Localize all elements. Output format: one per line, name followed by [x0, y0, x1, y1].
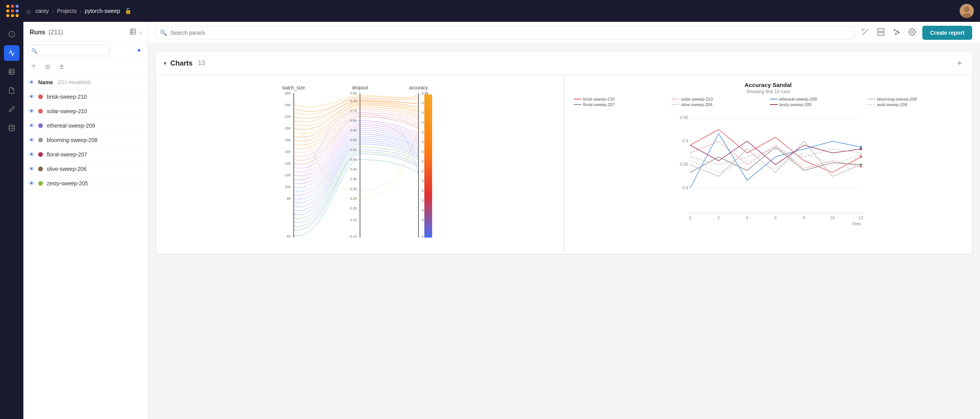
charts-count: 13: [198, 60, 205, 67]
legend-line-5: [672, 104, 679, 105]
run-item[interactable]: 👁 brisk-sweep-210: [23, 90, 148, 104]
sidebar-icon-table[interactable]: [4, 64, 19, 80]
charts-chevron-icon[interactable]: ▾: [164, 60, 166, 66]
svg-text:0.40: 0.40: [350, 167, 357, 171]
breadcrumb-projects[interactable]: Projects: [57, 8, 77, 14]
sidebar-icon-database[interactable]: [4, 120, 19, 136]
app-logo: [6, 5, 19, 17]
scatter-icon[interactable]: [891, 27, 902, 39]
runs-search-input[interactable]: [28, 45, 110, 56]
svg-rect-11: [131, 29, 136, 34]
sidebar-icon-notes[interactable]: [4, 83, 19, 98]
run-eye-5[interactable]: 👁: [29, 166, 34, 172]
chart-legend: brisk-sweep-210 solar-sweep-210 ethereal…: [571, 97, 966, 107]
create-report-button[interactable]: Create report: [922, 26, 972, 40]
svg-text:0.30: 0.30: [350, 187, 357, 191]
run-item[interactable]: 👁 zesty-sweep-205: [23, 176, 148, 191]
svg-text:200: 200: [285, 126, 290, 130]
svg-point-28: [895, 33, 897, 34]
axis-batch-size: batch_size: [283, 85, 305, 91]
svg-text:0.9: 0.9: [682, 138, 688, 143]
legend-item-6: zesty-sweep-205: [770, 102, 865, 107]
runs-table-icon[interactable]: [129, 28, 136, 37]
svg-line-23: [863, 29, 869, 35]
runs-filter-btn[interactable]: ✦: [135, 45, 143, 56]
legend-item-2: ethereal-sweep-209: [770, 97, 865, 101]
search-panels-input[interactable]: [156, 26, 855, 39]
parallel-chart: batch_size dropout accuracy 260: [163, 82, 557, 245]
run-name-header: 👁 Name (211 visualized): [23, 75, 148, 90]
sidebar-icon-chart[interactable]: [4, 45, 19, 61]
topnav: ⌕ carey › Projects › pytorch-sweep 🔓: [0, 0, 980, 22]
main-layout: Runs (211) › 🔍 ✦: [0, 22, 980, 419]
run-item[interactable]: 👁 solar-sweep-210: [23, 104, 148, 119]
sidebar-icon-brush[interactable]: [4, 101, 19, 117]
runs-title: Runs (211): [30, 29, 126, 36]
runs-controls: [23, 60, 148, 75]
add-chart-button[interactable]: +: [955, 57, 964, 69]
sidebar-icon-info[interactable]: [4, 27, 19, 42]
parallel-coords-card: batch_size dropout accuracy 260: [156, 75, 564, 254]
svg-point-26: [894, 29, 895, 30]
settings-icon[interactable]: [907, 27, 918, 39]
search-panels-icon: 🔍: [160, 29, 167, 36]
run-eye-4[interactable]: 👁: [29, 151, 34, 158]
legend-line-1: [672, 99, 679, 99]
svg-rect-24: [878, 28, 884, 31]
legend-line-7: [868, 104, 876, 105]
search-panels-wrap: 🔍: [156, 26, 855, 39]
legend-item-5: olive-sweep-206: [672, 102, 766, 107]
svg-point-99: [860, 163, 862, 166]
run-name-0: brisk-sweep-210: [47, 94, 87, 100]
avatar[interactable]: [960, 4, 974, 18]
run-eye-3[interactable]: 👁: [29, 137, 34, 143]
run-eye-2[interactable]: 👁: [29, 123, 34, 129]
svg-point-10: [9, 125, 14, 127]
run-name-6: zesty-sweep-205: [47, 180, 88, 186]
svg-text:0.80: 0.80: [350, 91, 357, 95]
run-eye-0[interactable]: 👁: [29, 94, 34, 100]
run-item[interactable]: 👁 floral-sweep-207: [23, 147, 148, 162]
svg-text:180: 180: [285, 138, 290, 142]
svg-rect-75: [425, 94, 432, 238]
filter-icon[interactable]: [28, 62, 39, 73]
sort-icon[interactable]: [56, 62, 67, 73]
run-item[interactable]: 👁 blooming-sweep-208: [23, 133, 148, 147]
run-item[interactable]: 👁 olive-sweep-206: [23, 162, 148, 176]
run-dot-3: [38, 138, 43, 142]
svg-text:6: 6: [774, 215, 777, 220]
svg-point-100: [860, 154, 862, 156]
runs-search-bar: 🔍 ✦: [23, 42, 148, 60]
svg-text:0: 0: [689, 215, 691, 220]
line-chart-svg: 0.95 0.9 0.85 0.8 0 2 4 6: [571, 110, 966, 227]
run-dot-2: [38, 123, 43, 128]
legend-item-0: brisk-sweep-210: [574, 97, 669, 101]
legend-line-4: [574, 104, 582, 105]
list-icon[interactable]: [42, 62, 53, 73]
charts-header: ▾ Charts 13 +: [156, 52, 972, 75]
breadcrumb-project[interactable]: pytorch-sweep: [85, 8, 120, 14]
run-item[interactable]: 👁 ethereal-sweep-209: [23, 119, 148, 133]
svg-text:0.95: 0.95: [680, 115, 688, 120]
line-chart-card: Accuracy Sandal Showing first 10 runs br…: [564, 75, 972, 254]
breadcrumb-user[interactable]: carey: [35, 8, 49, 14]
legend-item-7: avid-sweep-204: [868, 102, 962, 107]
x-axis-icon[interactable]: [860, 27, 871, 39]
legend-label-0: brisk-sweep-210: [583, 97, 615, 101]
run-eye-6[interactable]: 👁: [29, 180, 34, 186]
svg-rect-25: [878, 32, 884, 35]
run-name-2: ethereal-sweep-209: [47, 123, 95, 129]
legend-line-0: [574, 99, 582, 99]
svg-rect-6: [9, 69, 14, 75]
run-eye-1[interactable]: 👁: [29, 108, 34, 114]
runs-search-icon: 🔍: [31, 48, 37, 53]
charts-section: ▾ Charts 13 + batch_size dropout ac: [156, 52, 972, 254]
table-view-icon[interactable]: [876, 27, 886, 39]
svg-text:8: 8: [803, 215, 805, 220]
content-scroll[interactable]: ▾ Charts 13 + batch_size dropout ac: [148, 44, 980, 419]
run-dot-1: [38, 109, 43, 114]
search-icon[interactable]: ⌕: [27, 7, 31, 15]
run-eye-header[interactable]: 👁: [29, 79, 34, 85]
expand-icon[interactable]: ›: [140, 29, 142, 36]
run-name-4: floral-sweep-207: [47, 151, 87, 158]
